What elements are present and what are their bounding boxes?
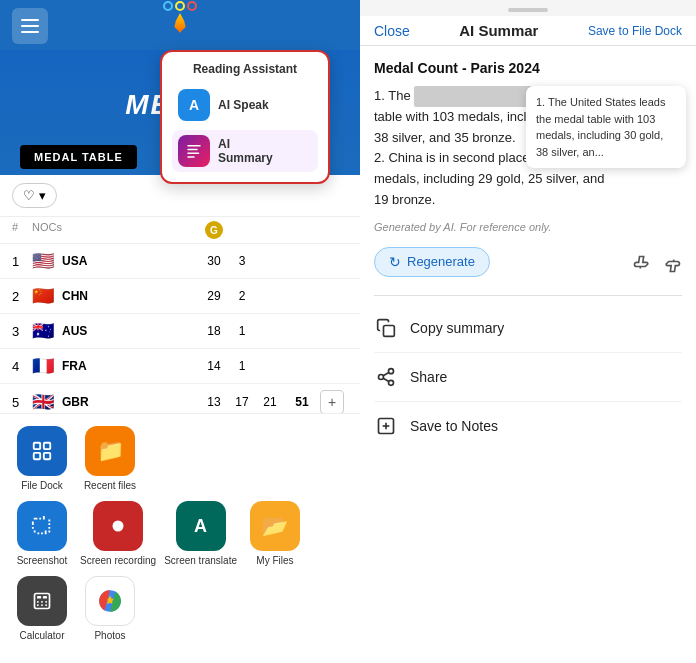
hamburger-line xyxy=(21,25,39,27)
gold-medal-icon: G xyxy=(205,221,223,239)
table-row: 2 🇨🇳 CHN 29 2 xyxy=(0,279,360,314)
svg-rect-0 xyxy=(187,145,201,147)
save-to-notes-item[interactable]: Save to Notes xyxy=(374,402,682,450)
ai-summary-label: AISummary xyxy=(218,137,273,165)
gold-count: 18 xyxy=(200,324,228,338)
file-dock-item[interactable]: File Dock xyxy=(12,426,72,491)
olympic-rings xyxy=(163,1,197,11)
table-row: 4 🇫🇷 FRA 14 1 xyxy=(0,349,360,384)
hamburger-button[interactable] xyxy=(12,8,48,44)
row-rank: 3 xyxy=(12,324,32,339)
recent-files-item[interactable]: 📁 Recent files xyxy=(80,426,140,491)
feedback-buttons xyxy=(632,254,682,279)
recent-files-icon: 📁 xyxy=(85,426,135,476)
divider xyxy=(374,295,682,296)
photos-label: Photos xyxy=(94,630,125,641)
summary-line3: 38 silver, and 35 bronze. xyxy=(374,130,516,145)
drag-handle[interactable] xyxy=(508,8,548,12)
copy-summary-item[interactable]: Copy summary xyxy=(374,304,682,353)
thumbs-up-button[interactable] xyxy=(662,254,682,279)
photos-icon xyxy=(85,576,135,626)
svg-rect-3 xyxy=(187,156,195,158)
screen-recording-label: Screen recording xyxy=(80,555,156,566)
paris-flame xyxy=(173,13,187,33)
bronze-count: 21 xyxy=(256,395,284,409)
svg-point-21 xyxy=(389,380,394,385)
translate-letter: A xyxy=(194,516,207,537)
row-noc: 🇬🇧 GBR xyxy=(32,391,200,413)
screen-translate-label: Screen translate xyxy=(164,555,237,566)
like-button[interactable]: ♡ ▾ xyxy=(12,183,57,208)
gold-count: 29 xyxy=(200,289,228,303)
copy-summary-label: Copy summary xyxy=(410,320,504,336)
reading-assistant-title: Reading Assistant xyxy=(172,62,318,76)
action-header xyxy=(320,221,348,239)
screen-recording-item[interactable]: Screen recording xyxy=(80,501,156,566)
speak-letter: A xyxy=(189,97,199,113)
screenshot-icon xyxy=(17,501,67,551)
country-name: FRA xyxy=(62,359,200,373)
add-button[interactable]: + xyxy=(320,390,348,414)
svg-rect-14 xyxy=(45,601,47,603)
regenerate-button[interactable]: ↻ Regenerate xyxy=(374,247,490,277)
save-to-file-dock-button[interactable]: Save to File Dock xyxy=(588,24,682,38)
calculator-item[interactable]: Calculator xyxy=(12,576,72,641)
flag-icon: 🇬🇧 xyxy=(32,391,54,413)
gold-header: G xyxy=(200,221,228,239)
silver-count: 2 xyxy=(228,289,256,303)
menu-row-2: Screenshot Screen recording A Screen tra… xyxy=(12,501,348,566)
svg-line-22 xyxy=(383,378,389,381)
add-icon[interactable]: + xyxy=(320,390,344,414)
medal-table-button[interactable]: MEDAL TABLE xyxy=(20,145,137,169)
svg-point-19 xyxy=(389,368,394,373)
gold-count: 14 xyxy=(200,359,228,373)
thumbs-down-button[interactable] xyxy=(632,254,652,279)
share-item[interactable]: Share xyxy=(374,353,682,402)
close-button[interactable]: Close xyxy=(374,23,410,39)
photos-item[interactable]: Photos xyxy=(80,576,140,641)
copy-icon xyxy=(374,316,398,340)
top-bar xyxy=(0,0,360,52)
menu-row-1: File Dock 📁 Recent files xyxy=(12,426,348,491)
svg-rect-4 xyxy=(34,443,40,449)
total-count: 51 xyxy=(284,395,320,409)
silver-count: 3 xyxy=(228,254,256,268)
svg-rect-11 xyxy=(43,596,47,599)
my-files-item[interactable]: 📂 My Files xyxy=(245,501,305,566)
silver-count: 1 xyxy=(228,359,256,373)
svg-rect-16 xyxy=(41,604,43,606)
svg-point-8 xyxy=(113,521,124,532)
paris-logo xyxy=(155,1,205,51)
rank-header: # xyxy=(12,221,32,239)
summary-blurred: hidden xyxy=(414,86,533,107)
table-row: 3 🇦🇺 AUS 18 1 xyxy=(0,314,360,349)
screenshot-item[interactable]: Screenshot xyxy=(12,501,72,566)
chevron-icon: ▾ xyxy=(39,188,46,203)
svg-rect-18 xyxy=(384,325,395,336)
ai-summary-header: Close AI Summar Save to File Dock xyxy=(360,16,696,46)
gold-count: 30 xyxy=(200,254,228,268)
screen-translate-icon: A xyxy=(176,501,226,551)
svg-rect-13 xyxy=(41,601,43,603)
ai-summary-item[interactable]: AISummary xyxy=(172,130,318,172)
phone-background: MEDAL MEDAL TABLE ♡ ▾ # NOCs G xyxy=(0,0,360,663)
row-rank: 2 xyxy=(12,289,32,304)
flag-icon: 🇫🇷 xyxy=(32,355,54,377)
screen-translate-item[interactable]: A Screen translate xyxy=(164,501,237,566)
ai-speak-item[interactable]: A AI Speak xyxy=(172,84,318,126)
svg-rect-10 xyxy=(37,596,41,599)
ring-yellow xyxy=(175,1,185,11)
regenerate-icon: ↻ xyxy=(389,254,401,270)
svg-line-23 xyxy=(383,372,389,375)
flag-icon: 🇨🇳 xyxy=(32,285,54,307)
bottom-menu: File Dock 📁 Recent files Screens xyxy=(0,413,360,663)
ai-summary-icon xyxy=(178,135,210,167)
country-name: GBR xyxy=(62,395,200,409)
gold-count: 13 xyxy=(200,395,228,409)
ai-header-title: AI Summar xyxy=(459,22,538,39)
svg-rect-12 xyxy=(37,601,39,603)
svg-rect-6 xyxy=(34,453,40,459)
country-name: USA xyxy=(62,254,200,268)
flag-icon: 🇺🇸 xyxy=(32,250,54,272)
svg-rect-15 xyxy=(37,604,39,606)
